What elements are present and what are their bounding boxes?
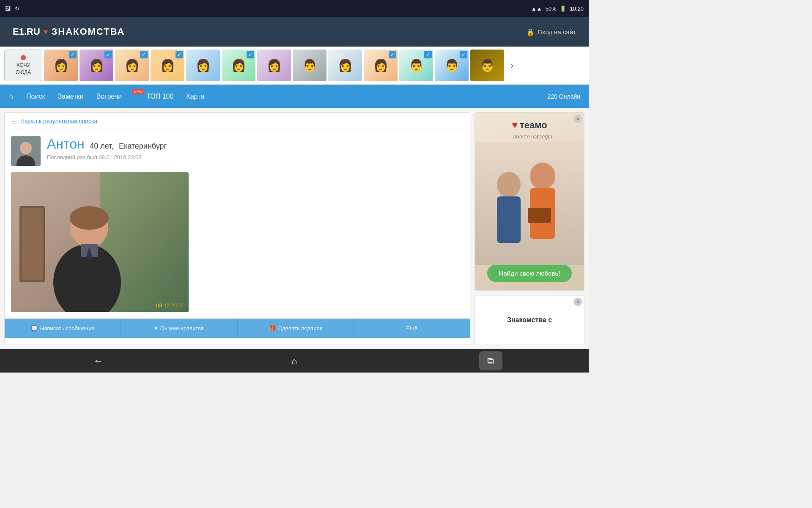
svg-point-14 (530, 163, 555, 190)
thumb-face-7: 👩 (257, 50, 291, 81)
photo-icon: 🖼 (5, 6, 11, 12)
profile-age: 40 лет, (90, 142, 113, 150)
thumb-6[interactable]: 👩 ✓ (222, 50, 255, 81)
ad-block2-close[interactable]: × (573, 298, 582, 306)
profile-city: Екатеринбург (119, 142, 167, 150)
main-content: ← Назад к результатам поиска Антон 40 (0, 108, 589, 349)
nav-apps-button[interactable]: ⧉ (479, 351, 502, 370)
svg-point-17 (497, 172, 521, 197)
avatar-placeholder (11, 136, 41, 166)
photo-silhouette: 08.12.2016 (11, 172, 189, 312)
thumb-check-6: ✓ (247, 51, 254, 58)
back-icon: ← (93, 356, 103, 367)
site-logo[interactable]: E1.RU ♥ ЗНАКОМСТВА (13, 26, 125, 37)
action-buttons: 💬 Написать сообщение ♥ Он мне нравится 🎁… (5, 318, 470, 338)
logo-e1-text: E1.RU (13, 26, 40, 37)
nav-home-button[interactable]: ⌂ (283, 351, 306, 370)
svg-point-1 (20, 142, 32, 155)
thumb-12[interactable]: 👨 ✓ (435, 50, 469, 81)
logo-title: ЗНАКОМСТВА (51, 26, 125, 37)
thumb-11[interactable]: 👨 ✓ (399, 50, 433, 81)
thumb-face-8: 👨 (293, 50, 326, 81)
more-label: Ещё (406, 325, 418, 331)
nav-back-button[interactable]: ← (87, 351, 110, 370)
ad-find-love-button[interactable]: Найди свою любовь! (487, 265, 572, 282)
like-label: Он мне нравится (160, 325, 204, 331)
battery-percent: 50% (545, 6, 556, 12)
back-arrow-icon: ← (11, 118, 17, 124)
nav-top100[interactable]: ТОП 100 (146, 93, 173, 100)
want-here-label: ХОЧУСЮДА (16, 62, 31, 76)
thumb-7[interactable]: 👩 (257, 50, 291, 81)
profile-avatar-small[interactable] (11, 136, 41, 166)
nav-home-button[interactable]: ⌂ (8, 91, 14, 101)
profile-photo[interactable]: 08.12.2016 (11, 172, 189, 312)
logo-heart-icon: ♥ (44, 28, 48, 36)
write-message-icon: 💬 (31, 325, 38, 331)
back-link-text: Назад к результатам поиска (20, 118, 97, 124)
status-bar: 🖼 ↻ ▲▲ 50% 🔋 10:20 (0, 0, 589, 17)
thumb-10[interactable]: 👩 ✓ (364, 50, 398, 81)
profile-area: ← Назад к результатам поиска Антон 40 (4, 112, 470, 345)
thumb-check-3: ✓ (140, 51, 148, 58)
profile-header: Антон 40 лет, Екатеринбург Последний раз… (5, 130, 470, 172)
thumb-face-13: 👨 (470, 50, 504, 81)
write-message-label: Написать сообщение (40, 325, 95, 331)
login-label: Вход на сайт (538, 28, 576, 36)
ad-block2-text: Знакомства с (507, 316, 552, 324)
thumb-5[interactable]: 👩 (186, 50, 220, 81)
ad-teamo-close[interactable]: × (573, 115, 582, 123)
svg-rect-13 (475, 142, 584, 265)
status-bar-right: ▲▲ 50% 🔋 10:20 (531, 6, 584, 12)
gift-button[interactable]: 🎁 Сделать подарок (238, 319, 354, 338)
thumb-9[interactable]: 👩 (328, 50, 362, 81)
sidebar-ads: × ♥ теамо — вместе навсегда (475, 108, 589, 349)
nav-meetings[interactable]: Встречи NEW (96, 93, 134, 100)
svg-rect-18 (497, 196, 521, 243)
thumb-check-1: ✓ (69, 51, 77, 58)
profile-name: Антон (47, 136, 85, 152)
svg-rect-7 (22, 208, 43, 280)
nav-search[interactable]: Поиск (26, 93, 45, 100)
thumb-check-4: ✓ (176, 51, 183, 58)
thumb-face-5: 👩 (186, 50, 220, 81)
header: E1.RU ♥ ЗНАКОМСТВА 🔒 Вход на сайт (0, 17, 589, 47)
back-link[interactable]: ← Назад к результатам поиска (5, 113, 470, 130)
write-message-button[interactable]: 💬 Написать сообщение (5, 319, 121, 338)
thumb-check-2: ✓ (104, 51, 112, 58)
thumb-1[interactable]: 👩 ✓ (44, 50, 78, 81)
wifi-icon: ▲▲ (531, 6, 542, 12)
like-icon: ♥ (154, 325, 158, 331)
gift-label: Сделать подарок (278, 325, 322, 331)
ad-teamo: × ♥ теамо — вместе навсегда (475, 112, 584, 291)
clock: 10:20 (570, 6, 584, 12)
thumb-check-12: ✓ (460, 51, 467, 58)
meetings-new-badge: NEW (132, 89, 144, 94)
home-icon: ⌂ (291, 356, 297, 367)
want-here-button[interactable]: ХОЧУСЮДА (4, 50, 42, 81)
thumb-8[interactable]: 👨 (293, 50, 326, 81)
ad-teamo-content: ♥ теамо — вместе навсегда (475, 113, 584, 290)
battery-icon: 🔋 (560, 6, 566, 12)
login-button[interactable]: 🔒 Вход на сайт (526, 28, 576, 36)
profile-last-seen: Последний раз был 09.01.2018 23:08 (47, 154, 464, 160)
more-button[interactable]: Ещё (354, 319, 470, 338)
thumbnails-bar: ХОЧУСЮДА 👩 ✓ 👩 ✓ 👩 ✓ 👩 ✓ 👩 👩 ✓ 👩 👨 👩 👩 ✓… (0, 47, 589, 85)
thumbnails-next-arrow[interactable]: › (506, 50, 518, 81)
thumb-check-11: ✓ (424, 51, 432, 58)
lock-icon: 🔒 (526, 28, 535, 36)
thumb-3[interactable]: 👩 ✓ (115, 50, 149, 81)
ad-teamo-logo-text: теамо (520, 120, 547, 130)
nav-notes[interactable]: Заметки (58, 93, 83, 100)
bottom-nav: ← ⌂ ⧉ (0, 349, 589, 373)
profile-info: Антон 40 лет, Екатеринбург Последний раз… (47, 136, 464, 160)
ad-block2: × Знакомства с (475, 295, 584, 345)
gift-icon: 🎁 (269, 325, 276, 331)
like-button[interactable]: ♥ Он мне нравится (121, 319, 237, 338)
want-dot (21, 55, 26, 60)
nav-map[interactable]: Карта (186, 93, 204, 100)
thumb-check-10: ✓ (389, 51, 396, 58)
thumb-2[interactable]: 👩 ✓ (80, 50, 113, 81)
thumb-13[interactable]: 👨 (470, 50, 504, 81)
thumb-4[interactable]: 👩 ✓ (151, 50, 184, 81)
